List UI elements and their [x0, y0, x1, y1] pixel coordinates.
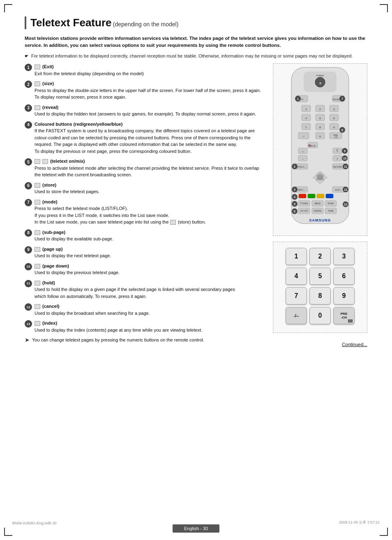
item-12-content: (cancel) Used to display the broadcast w…	[35, 303, 266, 316]
svg-text:8: 8	[320, 126, 321, 129]
item-11-desc: Used to hold the display on a given page…	[35, 287, 235, 299]
title-section: Teletext Feature (depending on the model…	[25, 16, 367, 29]
corner-mark-top-left	[4, 4, 12, 12]
svg-text:6: 6	[334, 117, 335, 120]
item-2-content: (size) Press to display the double-size …	[35, 80, 266, 101]
item-number-8: 8	[25, 229, 32, 237]
list-item: 5 (teletext on/mix) Press to activate te…	[25, 158, 266, 178]
svg-text:CH LIST: CH LIST	[300, 210, 308, 212]
num-btn-0: 0	[309, 307, 331, 324]
store-icon	[35, 183, 40, 188]
remote-image: POWER ⏻ TV SOURCE ⬚ 1	[273, 63, 367, 236]
hold-icon	[35, 281, 40, 286]
page-title-sub: (depending on the model)	[113, 21, 179, 28]
svg-text:P.MODE: P.MODE	[314, 210, 322, 212]
item-1-title: (Exit)	[42, 64, 54, 69]
svg-text:PGNR: PGNR	[328, 202, 334, 205]
svg-text:13: 13	[344, 203, 347, 206]
svg-text:4: 4	[306, 117, 307, 120]
svg-text:MENU: MENU	[315, 202, 321, 205]
svg-rect-82	[317, 194, 324, 198]
num-btn-7: 7	[286, 287, 307, 305]
item-7-desc: Press to select the teletext mode (LIST/…	[35, 206, 206, 224]
svg-text:1: 1	[306, 108, 307, 111]
main-content: 1 (Exit) Exit from the teletext display …	[25, 63, 367, 347]
num-btn-3: 3	[333, 248, 355, 265]
item-3-content: (reveal) Used to display the hidden text…	[35, 104, 266, 118]
item-number-6: 6	[25, 182, 32, 189]
svg-text:9: 9	[344, 150, 346, 152]
num-btn-8: 8	[309, 287, 331, 305]
item-7-title: (mode)	[42, 199, 58, 204]
num-btn-prech: PRE -CH ⬚	[333, 307, 355, 324]
item-number-7: 7	[25, 199, 32, 206]
svg-text:2: 2	[294, 165, 295, 168]
svg-rect-80	[299, 194, 306, 198]
svg-text:3: 3	[334, 108, 335, 111]
item-10-title: (page down)	[42, 263, 69, 268]
mode-icon	[35, 200, 40, 205]
svg-text:10: 10	[343, 157, 346, 160]
svg-rect-83	[326, 194, 333, 198]
num-btn-2: 2	[309, 248, 331, 265]
list-item: 3 (reveal) Used to display the hidden te…	[25, 104, 266, 118]
item-number-10: 10	[25, 263, 32, 270]
cancel-icon	[35, 304, 40, 309]
item-13-desc: Used to display the index (contents) pag…	[35, 328, 202, 332]
svg-text:TV: TV	[301, 98, 304, 101]
svg-point-66	[317, 175, 323, 180]
svg-text:SAMSUNG: SAMSUNG	[309, 218, 331, 222]
svg-text:MUTE: MUTE	[310, 145, 316, 147]
remote-svg: POWER ⏻ TV SOURCE ⬚ 1	[279, 63, 361, 236]
item-7-content: (mode) Press to select the teletext mode…	[35, 198, 266, 226]
item-6-title: (store)	[42, 182, 56, 187]
item-number-5: 5	[25, 158, 32, 166]
right-col: POWER ⏻ TV SOURCE ⬚ 1	[273, 63, 367, 347]
svg-text:7: 7	[306, 126, 307, 129]
svg-text:5: 5	[294, 203, 295, 205]
item-6-desc: Used to store the teletext pages.	[35, 189, 99, 194]
num-btn-dash: -/--	[286, 307, 307, 324]
svg-text:7: 7	[341, 97, 343, 100]
svg-text:HDMI: HDMI	[328, 210, 334, 212]
item-12-desc: Used to display the broadcast when searc…	[35, 311, 150, 316]
numpad-image: 1 2 3 4 5 6 7 8 9 -/-- 0 PRE -CH	[273, 242, 367, 333]
num-btn-6: 6	[333, 268, 355, 285]
footer-center: English - 30	[173, 524, 219, 533]
list-item: 10 (page down) Used to display the previ…	[25, 263, 266, 276]
svg-text:2: 2	[320, 108, 321, 111]
item-4-desc: If the FASTEXT system is used by a broad…	[35, 128, 255, 154]
mix-icon	[42, 159, 48, 164]
list-item: 12 (cancel) Used to display the broadcas…	[25, 303, 266, 316]
svg-text:12: 12	[344, 188, 347, 191]
svg-text:4: 4	[294, 196, 295, 198]
svg-text:-/-: -/-	[303, 135, 305, 138]
pageup-icon	[35, 247, 40, 252]
list-item: 11 (hold) Used to hold the display on a …	[25, 279, 266, 300]
corner-mark-top-right	[380, 4, 388, 12]
svg-text:⏻: ⏻	[319, 82, 321, 84]
num-btn-1: 1	[286, 248, 307, 265]
item-number-13: 13	[25, 320, 32, 328]
svg-text:1: 1	[297, 97, 299, 100]
list-item: 2 (size) Press to display the double-siz…	[25, 80, 266, 101]
arrow-icon: ➤	[25, 337, 30, 343]
item-1-desc: Exit from the teletext display (dependin…	[35, 71, 144, 76]
item-8-content: (sub-page) Used to display the available…	[35, 229, 266, 242]
svg-text:TTX/MIX: TTX/MIX	[300, 202, 308, 205]
item-1-content: (Exit) Exit from the teletext display (d…	[35, 63, 266, 77]
num-btn-5: 5	[309, 268, 331, 285]
svg-text:EXIT⬚: EXIT⬚	[335, 189, 342, 191]
pagedown-icon	[35, 264, 40, 269]
svg-text:6: 6	[294, 210, 295, 213]
item-10-desc: Used to display the previous teletext pa…	[35, 270, 120, 275]
svg-text:RETURN⬚: RETURN⬚	[333, 166, 344, 168]
item-9-content: (page up) Used to display the next telet…	[35, 246, 266, 259]
item-number-11: 11	[25, 280, 32, 287]
item-3-title: (reveal)	[42, 105, 58, 110]
item-number-9: 9	[25, 246, 32, 254]
intro-text: Most television stations provide written…	[25, 35, 367, 49]
svg-text:0: 0	[320, 135, 321, 138]
item-13-title: (index)	[42, 321, 57, 325]
list-item: 1 (Exit) Exit from the teletext display …	[25, 63, 266, 77]
